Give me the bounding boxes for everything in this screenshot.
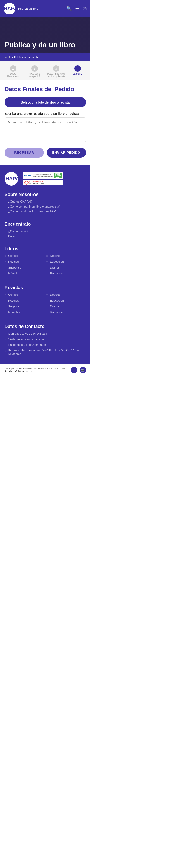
bottom-links: Ayuda Publica un libro <box>4 370 71 373</box>
chevron-icon: ›› <box>4 299 6 302</box>
logo[interactable]: CHAPA! <box>4 3 16 14</box>
hero-section: Publica y da un libro <box>0 17 90 53</box>
contact-website[interactable]: ›› Visitanos en www.chapa.pe <box>4 338 86 341</box>
chevron-icon: ›› <box>4 305 6 308</box>
magazines-section: Revistas ››Comics ››Deporte ››Novelas ››… <box>4 285 86 315</box>
step-3[interactable]: 3 Datos Principalesde Libro y Revista <box>45 65 67 78</box>
bottom-link-publish[interactable]: Publica un libro <box>15 370 33 373</box>
chevron-icon: ›› <box>4 266 6 269</box>
contact-address: ›› Estamos ubicados en Av. José Ramirez … <box>4 349 86 355</box>
breadcrumb: Inicio / Publica y da un libro <box>0 53 90 61</box>
breadcrumb-home[interactable]: Inicio <box>4 56 11 59</box>
about-link-3[interactable]: ›› ¿Cómo recibir un libro o una revista? <box>4 210 86 213</box>
about-link-1[interactable]: ›› ¿Qué es CHAPA!? <box>4 200 86 203</box>
mag-deporte[interactable]: ››Deporte <box>47 293 86 296</box>
chevron-icon: ›› <box>4 349 6 352</box>
form-buttons: REGRESAR ENVIAR PEDIDO <box>4 148 86 158</box>
about-link-2[interactable]: ›› ¿Cómo compartir un libro o una revist… <box>4 205 86 208</box>
book-suspenso[interactable]: ››Suspenso <box>4 266 44 269</box>
partner-logos: ASPEC Asociación Peruana deConsumidores … <box>23 172 63 186</box>
bottom-bar: Copiright, todos los derechos reservados… <box>0 364 90 376</box>
mag-infantiles[interactable]: ››Infantiles <box>4 311 44 314</box>
mag-novelas[interactable]: ››Novelas <box>4 299 44 302</box>
logo-text: CHAPA! <box>4 5 16 12</box>
select-photo-button[interactable]: Selecciona foto de libro o revista <box>4 97 86 107</box>
bottom-link-help[interactable]: Ayuda <box>4 370 12 373</box>
aspec-logo: ASPEC Asociación Peruana deConsumidores … <box>23 172 63 179</box>
breadcrumb-current: Publica y da un libro <box>14 56 40 59</box>
chevron-icon: ›› <box>47 305 48 308</box>
chevron-icon: ›› <box>4 205 6 208</box>
about-section: Sobre Nosotros ›› ¿Qué es CHAPA!? ›› ¿Có… <box>4 192 86 213</box>
divider-3 <box>4 281 86 281</box>
step-4-circle: 4 <box>74 65 81 72</box>
find-section: Encuéntralo ›› ¿Como recibir? ›› Buscar <box>4 221 86 238</box>
cart-icon[interactable]: 🛍 <box>82 6 87 11</box>
magazines-title: Revistas <box>4 285 86 290</box>
chevron-icon: ›› <box>47 254 48 257</box>
step-1-circle: 1 <box>10 65 16 72</box>
books-title: Libros <box>4 246 86 251</box>
book-educacion[interactable]: ››Educación <box>47 260 86 264</box>
step-4-label: Datos F... <box>67 72 88 75</box>
contact-title: Datos de Contacto <box>4 324 86 329</box>
search-icon[interactable]: 🔍 <box>66 6 72 11</box>
mag-romance[interactable]: ››Romance <box>47 311 86 314</box>
find-link-1[interactable]: ›› ¿Como recibir? <box>4 229 86 233</box>
chevron-icon: ›› <box>4 254 6 257</box>
footer: CHAPA! ASPEC Asociación Peruana deConsum… <box>0 165 90 364</box>
step-3-label: Datos Principalesde Libro y Revista <box>45 72 67 78</box>
facebook-icon[interactable]: f <box>71 367 78 373</box>
books-section: Libros ››Comics ››Deporte ››Novelas ››Ed… <box>4 246 86 277</box>
send-button[interactable]: ENVIAR PEDIDO <box>47 148 86 158</box>
book-deporte[interactable]: ››Deporte <box>47 254 86 257</box>
step-1[interactable]: 1 DatosPersonales <box>2 65 24 78</box>
chevron-icon: ›› <box>4 272 6 275</box>
chevron-icon: ›› <box>47 272 48 275</box>
copyright-text: Copiright, todos los derechos reservados… <box>4 367 71 370</box>
menu-icon[interactable]: ☰ <box>75 6 79 11</box>
steps-bar: 1 DatosPersonales 2 ¿Qué vas acompartir?… <box>0 61 90 80</box>
chevron-icon: ›› <box>4 260 6 264</box>
chevron-icon: ›› <box>47 266 48 269</box>
header: CHAPA! Publica un libro → 🔍 ☰ 🛍 <box>0 0 90 17</box>
contact-section: Datos de Contacto ›› Llamanos al +51 934… <box>4 324 86 355</box>
instagram-icon[interactable]: 📷 <box>80 367 86 373</box>
footer-logos: CHAPA! ASPEC Asociación Peruana deConsum… <box>4 172 86 186</box>
book-comics[interactable]: ››Comics <box>4 254 44 257</box>
find-title: Encuéntralo <box>4 221 86 227</box>
social-icons: f 📷 <box>71 367 86 373</box>
chevron-icon: ›› <box>4 200 6 203</box>
chevron-icon: ›› <box>4 338 6 341</box>
chevron-icon: ›› <box>4 235 6 238</box>
mag-suspenso[interactable]: ››Suspenso <box>4 305 44 308</box>
back-button[interactable]: REGRESAR <box>4 148 44 158</box>
step-2[interactable]: 2 ¿Qué vas acompartir? <box>24 65 45 78</box>
find-link-2[interactable]: ›› Buscar <box>4 235 86 238</box>
magazines-grid: ››Comics ››Deporte ››Novelas ››Educación… <box>4 293 86 315</box>
contact-phone: ›› Llamanos al +51 934 543 234 <box>4 332 86 336</box>
book-novelas[interactable]: ››Novelas <box>4 260 44 264</box>
chevron-icon: ›› <box>47 260 48 264</box>
header-icons: 🔍 ☰ 🛍 <box>66 6 87 11</box>
about-title: Sobre Nosotros <box>4 192 86 197</box>
step-4[interactable]: 4 Datos F... <box>67 65 88 78</box>
review-textarea[interactable] <box>4 117 86 142</box>
mag-educacion[interactable]: ››Educación <box>47 299 86 302</box>
publish-link[interactable]: Publica un libro → <box>18 7 64 10</box>
chevron-icon: ›› <box>47 311 48 314</box>
hero-title: Publica y da un libro <box>4 41 76 49</box>
book-drama[interactable]: ››Drama <box>47 266 86 269</box>
chevron-icon: ›› <box>47 299 48 302</box>
mag-comics[interactable]: ››Comics <box>4 293 44 296</box>
step-1-label: DatosPersonales <box>2 72 24 78</box>
step-2-circle: 2 <box>31 65 38 72</box>
step-3-circle: 3 <box>53 65 59 72</box>
mag-drama[interactable]: ››Drama <box>47 305 86 308</box>
chevron-icon: ›› <box>47 293 48 296</box>
contact-email[interactable]: ›› Escribenos a info@chapa.pe <box>4 343 86 347</box>
chevron-icon: ›› <box>4 230 6 233</box>
book-romance[interactable]: ››Romance <box>47 272 86 275</box>
step-2-label: ¿Qué vas acompartir? <box>24 72 45 78</box>
book-infantiles[interactable]: ››Infantiles <box>4 272 44 275</box>
